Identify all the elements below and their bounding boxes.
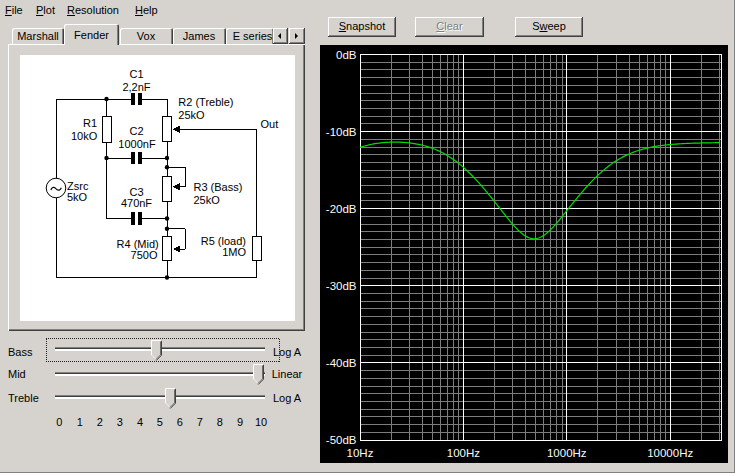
svg-text:10kO: 10kO: [71, 130, 98, 142]
svg-text:25kO: 25kO: [178, 109, 205, 121]
svg-text:-50dB: -50dB: [326, 434, 357, 446]
svg-text:25kO: 25kO: [194, 194, 221, 206]
svg-text:1000Hz: 1000Hz: [547, 447, 587, 459]
svg-text:R1: R1: [83, 117, 97, 129]
svg-text:C3: C3: [129, 186, 143, 198]
svg-text:750O: 750O: [131, 249, 158, 261]
svg-text:C2: C2: [129, 125, 143, 137]
svg-text:-30dB: -30dB: [326, 280, 357, 292]
svg-text:2,2nF: 2,2nF: [122, 81, 150, 93]
svg-text:R2 (Treble): R2 (Treble): [178, 96, 233, 108]
svg-text:-40dB: -40dB: [326, 357, 357, 369]
svg-text:100Hz: 100Hz: [447, 447, 480, 459]
svg-text:5kO: 5kO: [67, 191, 88, 203]
svg-text:Out: Out: [261, 118, 279, 130]
svg-text:-10dB: -10dB: [326, 126, 357, 138]
svg-text:1MO: 1MO: [222, 246, 246, 258]
svg-text:0dB: 0dB: [336, 49, 357, 61]
svg-text:R3 (Bass): R3 (Bass): [194, 181, 243, 193]
svg-text:470nF: 470nF: [121, 197, 152, 209]
svg-text:10Hz: 10Hz: [347, 447, 374, 459]
svg-text:C1: C1: [129, 68, 143, 80]
svg-text:10000Hz: 10000Hz: [647, 447, 693, 459]
svg-text:1000nF: 1000nF: [118, 138, 156, 150]
svg-text:-20dB: -20dB: [326, 203, 357, 215]
